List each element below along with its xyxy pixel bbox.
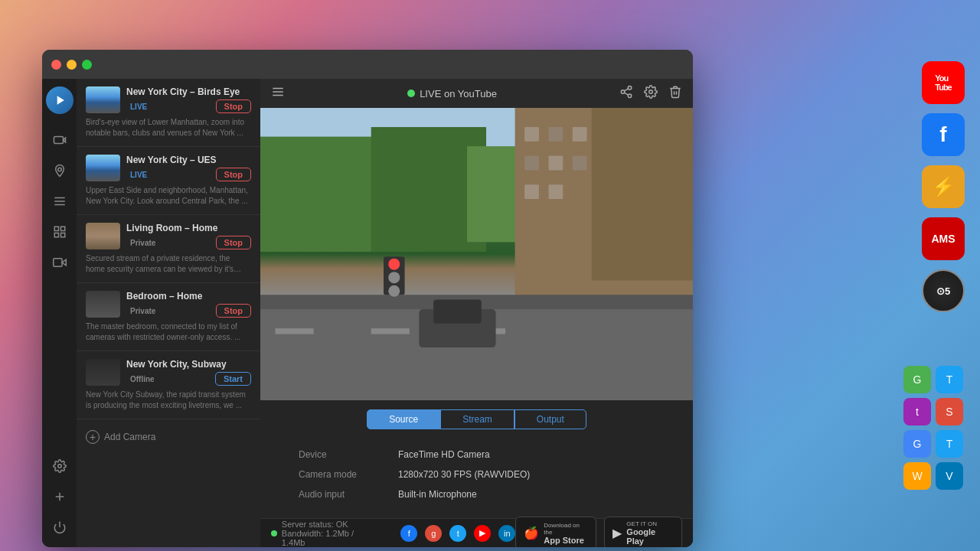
- app-content: New York City – Birds Eye LIVE Stop Bird…: [42, 79, 693, 547]
- camera-desc-1: Bird's-eye view of Lower Manhattan, zoom…: [86, 117, 251, 139]
- app-logo[interactable]: [46, 86, 74, 114]
- settings-icon[interactable]: [644, 85, 658, 102]
- nav-grid[interactable]: [47, 220, 72, 244]
- small-icon-t2[interactable]: t: [903, 398, 931, 425]
- tab-source[interactable]: Source: [367, 409, 440, 429]
- s5-desktop-icon[interactable]: ⊙5: [922, 269, 965, 312]
- svg-point-48: [388, 259, 400, 270]
- small-icon-s[interactable]: S: [936, 398, 963, 425]
- twitter-social-icon[interactable]: t: [449, 525, 466, 542]
- minimize-button[interactable]: [67, 60, 77, 70]
- small-icon-t3[interactable]: T: [936, 430, 963, 458]
- camera-stop-btn-4[interactable]: Stop: [216, 304, 251, 318]
- camera-name-3: Living Room – Home: [126, 223, 251, 233]
- youtube-desktop-icon[interactable]: YouTube: [922, 61, 965, 104]
- small-icon-g2[interactable]: G: [903, 430, 931, 458]
- small-icon-w[interactable]: W: [903, 462, 931, 490]
- nav-map[interactable]: [47, 158, 72, 183]
- traffic-lights: [51, 60, 92, 70]
- svg-rect-34: [524, 156, 539, 171]
- top-bar-actions: [619, 85, 682, 102]
- status-bar: Server status: OK Bandwidth: 1.2Mb / 1.4…: [260, 518, 693, 547]
- live-status-text: LIVE on YouTube: [420, 88, 497, 99]
- audio-input-row: Audio input Built-in Microphone: [299, 489, 655, 500]
- svg-point-50: [388, 285, 400, 297]
- small-icon-g[interactable]: G: [903, 366, 931, 393]
- svg-point-12: [57, 465, 61, 468]
- svg-line-23: [624, 89, 628, 91]
- close-button[interactable]: [51, 60, 61, 70]
- svg-rect-33: [573, 127, 587, 142]
- camera-list: New York City – Birds Eye LIVE Stop Bird…: [77, 79, 260, 547]
- nav-settings[interactable]: [47, 454, 72, 478]
- maximize-button[interactable]: [82, 60, 92, 70]
- server-status: Server status: OK Bandwidth: 1.2Mb / 1.4…: [271, 520, 377, 547]
- title-bar: [42, 50, 693, 79]
- camera-status-1: LIVE: [126, 102, 151, 112]
- google-social-icon[interactable]: g: [425, 525, 442, 542]
- svg-rect-11: [53, 259, 61, 267]
- camera-desc-3: Secured stream of a private residence, t…: [86, 253, 251, 275]
- nav-cameras[interactable]: [47, 128, 72, 152]
- apple-icon: 🍎: [524, 526, 539, 540]
- left-nav: [42, 79, 77, 547]
- camera-status-5: Offline: [126, 374, 158, 384]
- lightning-desktop-icon[interactable]: ⚡: [922, 165, 965, 208]
- camera-stop-btn-3[interactable]: Stop: [216, 236, 251, 249]
- camera-item-1: New York City – Birds Eye LIVE Stop Bird…: [77, 79, 260, 147]
- svg-marker-0: [57, 96, 64, 105]
- svg-rect-6: [54, 227, 58, 230]
- camera-name-1: New York City – Birds Eye: [126, 86, 251, 97]
- facebook-desktop-icon[interactable]: f: [922, 113, 965, 156]
- ams-desktop-icon[interactable]: AMS: [922, 217, 965, 260]
- youtube-social-icon[interactable]: ▶: [474, 525, 491, 542]
- svg-rect-31: [524, 127, 539, 142]
- tab-stream[interactable]: Stream: [440, 409, 514, 429]
- app-window: New York City – Birds Eye LIVE Stop Bird…: [42, 50, 693, 547]
- svg-point-49: [388, 272, 400, 283]
- camera-item-4: Bedroom – Home Private Stop The master b…: [77, 283, 260, 351]
- main-content: LIVE on YouTube: [260, 79, 693, 547]
- camera-item-2: New York City – UES LIVE Stop Upper East…: [77, 147, 260, 215]
- app-store-badge[interactable]: 🍎 Download on the App Store: [515, 517, 596, 547]
- nav-power[interactable]: [47, 515, 72, 540]
- camera-name-4: Bedroom – Home: [126, 291, 251, 302]
- video-background: [260, 108, 693, 400]
- svg-line-22: [624, 93, 628, 95]
- camera-stop-btn-2[interactable]: Stop: [216, 168, 251, 181]
- desktop-icons: YouTube f ⚡ AMS ⊙5: [922, 61, 965, 312]
- svg-point-21: [628, 94, 632, 98]
- top-bar: LIVE on YouTube: [260, 79, 693, 108]
- camera-start-btn-5[interactable]: Start: [215, 372, 251, 386]
- menu-icon[interactable]: [271, 85, 285, 102]
- add-camera-button[interactable]: + Add Camera: [77, 419, 260, 455]
- svg-marker-10: [62, 259, 66, 266]
- svg-point-19: [628, 86, 632, 90]
- nav-add[interactable]: [47, 484, 72, 509]
- camera-stop-btn-1[interactable]: Stop: [216, 99, 251, 113]
- server-status-text: Server status: OK Bandwidth: 1.2Mb / 1.4…: [282, 520, 377, 547]
- small-icon-t[interactable]: T: [936, 366, 963, 393]
- svg-rect-32: [548, 127, 563, 142]
- google-play-badge[interactable]: ▶ GET IT ON Google Play: [604, 517, 682, 547]
- camera-status-3: Private: [126, 238, 159, 248]
- share-icon[interactable]: [619, 85, 633, 102]
- camera-mode-row: Camera mode 980x551 30 FPS (RAWVIDEO): [299, 469, 655, 480]
- svg-rect-45: [433, 299, 482, 323]
- social-icons-bar: f g t ▶ in: [400, 525, 515, 542]
- svg-rect-41: [275, 328, 313, 334]
- camera-status-4: Private: [126, 306, 159, 316]
- device-row: Device FaceTime HD Camera: [299, 449, 655, 460]
- trash-icon[interactable]: [668, 85, 682, 102]
- tab-row: Source Stream Output: [260, 400, 693, 439]
- device-value: FaceTime HD Camera: [398, 449, 490, 460]
- linkedin-social-icon[interactable]: in: [498, 525, 515, 542]
- nav-list[interactable]: [47, 189, 72, 214]
- play-icon: ▶: [612, 526, 622, 540]
- nav-video[interactable]: [47, 250, 72, 275]
- svg-rect-36: [573, 156, 587, 171]
- tab-output[interactable]: Output: [514, 409, 586, 429]
- small-icon-v[interactable]: V: [936, 462, 963, 490]
- svg-rect-9: [60, 233, 64, 237]
- facebook-social-icon[interactable]: f: [400, 525, 417, 542]
